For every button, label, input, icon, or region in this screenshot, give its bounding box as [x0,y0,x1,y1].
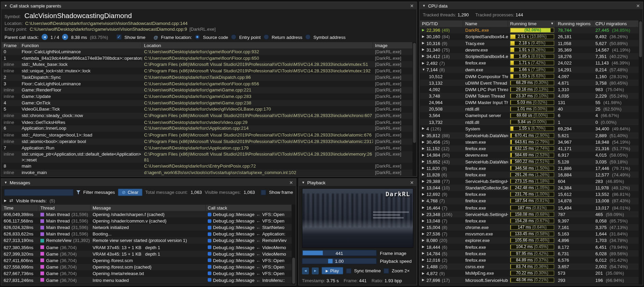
cpu-process-row[interactable]: 24,964 DWM Master Input Thread 5.03 ms (… [420,99,639,106]
message-callstack-cell[interactable]: DebugLog::Message ← VFS::Open [206,218,292,224]
callstack-frame-row[interactable]: inline Video::GetTicksHiRes C:\Users\wol… [2,119,413,126]
expand-icon[interactable]: ▶ [4,199,6,203]
frame-location-source-code-radio[interactable] [195,34,200,40]
column-header-location[interactable]: Location [142,42,373,48]
cpu-process-row[interactable]: ▶ 1,488 (10) csrss.exe 83.74 ms (0.36%) … [420,263,639,270]
message-callstack-cell[interactable]: DebugLog::Message ← RemoteViev [206,238,292,244]
column-header-time[interactable]: Time [2,204,39,211]
message-filter-input[interactable] [4,189,73,196]
expand-icon[interactable]: ▶ [422,33,426,40]
callstack-frame-row[interactable]: 6 Application::InnerLoop C:\Users\wolf\D… [2,126,413,132]
cpu-process-row[interactable]: ▶ 11,828 (6) firefox.exe 291.26 ms (1.26… [420,172,639,178]
callstack-frame-row[interactable]: 3 Floor::CalcLightNoLuminance C:\Users\w… [2,81,413,87]
visible-threads-row[interactable]: ▶ ⇄ Visible threads: (5) [1,198,296,205]
cpu-process-row[interactable]: ▶ 15,004 (8) chrome.exe 147 ms (0.64%) 7… [420,224,639,231]
message-row[interactable]: 627,831,246ns Game (36,704) Intro menu l… [2,277,292,283]
scrollbar[interactable] [292,204,295,284]
frame-image-slider[interactable]: 441 [302,250,377,256]
zoom-2x-checkbox[interactable]: ✓ [384,268,389,273]
cpu-process-row[interactable]: ▶ 11,152 (12) firefox.exe 632.15 ms (2.7… [420,145,639,152]
cpu-process-row[interactable]: ▶ 27,696 (17) Microsoft.ServiceHub.Co 48… [420,277,639,283]
message-callstack-cell[interactable]: DebugLog::Message ← StartNetwo [206,224,292,231]
close-icon[interactable]: ✕ [410,3,414,9]
show-frame-checkbox[interactable]: ✓ [261,190,266,195]
play-button[interactable]: ▶ Play [322,267,343,274]
cpu-process-row[interactable]: ▶ 31,340 (75) devenv.exe 1.91 s (8.26%) … [420,47,639,53]
cpu-process-row[interactable]: 10,512 DWM Compositor Thread 1.53 s (6.6… [420,73,639,80]
column-header-pid-tid[interactable]: PID/TID [420,20,463,27]
message-row[interactable]: 626,833,622ns Main thread (31,596) Booti… [2,231,292,237]
callstack-window-header[interactable]: ▼ Call stack sample parents ✕ [1,2,417,10]
column-header-running-time[interactable]: Running time▼ [508,20,556,27]
expand-icon[interactable]: ▶ [422,244,426,250]
expand-icon[interactable]: ▶ [422,172,426,178]
expand-icon[interactable]: ▶ [422,217,426,224]
collapse-icon[interactable]: ▼ [4,181,7,184]
message-callstack-cell[interactable]: DebugLog::Message ← VFS::Open [206,211,292,218]
message-callstack-cell[interactable]: DebugLog::Message ← VFS::Open [206,270,292,277]
cpu-process-row[interactable]: ▶ 30,160 (84) ScriptedSandbox64.exe 2.51… [420,33,639,40]
callstack-frame-row[interactable]: inline std::unique_lock<std::mutex>::loc… [2,68,413,74]
cpu-process-row[interactable]: 4,092 DWM LPC Port Thread 29.16 ms (0.13… [420,86,639,92]
message-row[interactable]: 627,399,320ns Game (36,704) VRAM 43x45: … [2,250,292,257]
expand-icon[interactable]: ▶ [422,250,426,257]
expand-icon[interactable]: ▶ [422,145,426,152]
message-row[interactable]: 627,380,356ns Game (36,704) VRAM 37x45: … [2,244,292,250]
sync-timeline-checkbox[interactable]: ✓ [346,268,351,273]
expand-icon[interactable]: ▶ [422,132,426,139]
expand-icon[interactable]: ▶ [422,139,426,145]
cpu-process-row[interactable]: ▶ 29,388 (77) ServiceHub.SettingsHost 27… [420,178,639,185]
column-header-message[interactable]: Message [91,204,206,211]
expand-icon[interactable]: ▶ [422,40,426,47]
expand-icon[interactable]: ▶ [422,53,426,60]
callstack-frame-row[interactable]: 1 <lambda_84a19dc444fae966ca174e83e708bd… [2,55,413,61]
cpu-process-row[interactable]: ▶ 27,536 (7) msvsmon.exe 133.45 ms (0.58… [420,231,639,237]
callstack-frame-row[interactable]: 0 Floor::CalcLightNoLuminance C:\Users\w… [2,48,413,55]
messages-window-header[interactable]: ▼ Messages ✕ [1,179,296,187]
expand-icon[interactable]: ▶ [422,158,426,165]
expand-icon[interactable]: ▶ [422,270,426,276]
frame-location-return-address-radio[interactable] [263,34,269,40]
expand-icon[interactable]: ▶ [422,211,426,217]
show-time-checkbox[interactable]: ✓ [116,34,122,40]
collapse-icon[interactable]: ▼ [4,4,7,8]
frame-location-entry-point-radio[interactable] [231,34,236,40]
scrollbar-thumb[interactable] [413,43,416,143]
scrollbar-thumb[interactable] [292,258,295,284]
expand-icon[interactable]: ▶ [422,126,426,132]
message-row[interactable]: 627,667,736ns Game (36,704) Opening /met… [2,270,292,277]
expand-icon[interactable]: ▶ [422,277,426,283]
prev-sample-button[interactable]: ◀ [42,34,48,40]
message-row[interactable]: 627,558,996ns Game (36,704) Opening /for… [2,264,292,270]
cpu-process-row[interactable]: ▶ 14,784 (5) firefox.exe 97.95 ms (0.42%… [420,250,639,257]
playback-window-header[interactable]: ▼ Playback ✕ [299,179,417,187]
cpu-process-row[interactable]: ▶ 8,080 (20) explorer.exe 105.66 ms (0.4… [420,237,639,244]
column-header-function[interactable]: Function [19,42,142,48]
cpu-process-row[interactable]: ▶ 34,412 (18) ScriptedSandbox64.exe 1.85… [420,53,639,60]
next-frame-button[interactable]: ▶ [312,267,319,274]
close-icon[interactable]: ✕ [289,180,293,185]
callstack-frame-row[interactable]: inline Game::RenderFloor C:\Users\wolf\D… [2,87,413,94]
next-sample-button[interactable]: ▶ [62,34,68,40]
cpu-process-row[interactable]: ▶ 2,492 (7) firefox.exe 1.71 s (7.42%) 2… [420,60,639,66]
cpu-process-row[interactable]: ▶ 12,016 (2) firefox.exe 84.89 ms (0.37%… [420,257,639,263]
cpu-process-row[interactable]: ▼ 7,144 (8) dwm.exe 1.66 s (7.18%) 14,29… [420,66,639,73]
clear-button[interactable]: ⊘ Clear [118,189,142,196]
expand-icon[interactable]: ▶ [422,263,426,270]
message-callstack-cell[interactable]: DebugLog::Message ← VFS::Open [206,264,292,270]
cpu-window-header[interactable]: ▼ CPU data ✕ [420,2,643,10]
cpu-process-row[interactable]: 3,564 GameInput server 69.68 us (0.00%) … [420,112,639,119]
cpu-process-row[interactable]: ▶ 14,984 (50) devenv.exe 584.69 ms (2.53… [420,152,639,158]
message-row[interactable]: 606,049,398ns Main thread (31,596) Openi… [2,211,292,218]
expand-icon[interactable]: ▶ [422,257,426,263]
cpu-process-row[interactable]: ▶ 35,812 (88) ServiceHub.DataWarehou 670… [420,132,639,139]
column-header-cpu-migrations[interactable]: CPU migrations [594,20,639,27]
expand-icon[interactable]: ▶ [422,185,426,191]
column-header-image[interactable]: Image [373,42,413,48]
message-callstack-cell[interactable]: DebugLog::Message ← VideoMemo [206,250,292,257]
column-header-name[interactable]: Name [463,20,508,27]
callstack-frame-row[interactable]: inline invoke_main d:\agent\_work\63\s\s… [2,170,413,176]
collapse-icon[interactable]: ▼ [422,4,425,8]
expand-icon[interactable]: ▶ [422,47,426,53]
callstack-frame-row[interactable]: inline std::unique_ptr<Application,std::… [2,151,413,163]
